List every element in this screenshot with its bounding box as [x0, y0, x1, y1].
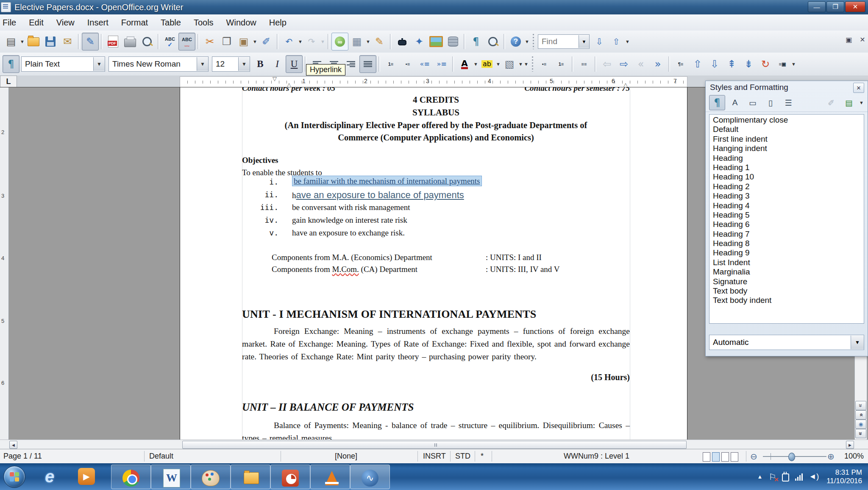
scroll-down-button[interactable]: »	[855, 401, 866, 410]
objective-item-2[interactable]: have an exposure to balance of payments	[292, 190, 464, 201]
start-button[interactable]	[3, 466, 25, 488]
table-button[interactable]: ▦	[348, 33, 365, 50]
page-indicator[interactable]: Page 1 / 11	[3, 452, 42, 461]
panel-title-bar[interactable]: Styles and Formatting ✕	[706, 81, 868, 94]
left-indent-marker[interactable]: △	[287, 81, 291, 88]
data-sources-button[interactable]	[445, 33, 462, 50]
zoom-button[interactable]	[484, 33, 501, 50]
save-button[interactable]	[42, 33, 59, 50]
taskbar-explorer[interactable]	[231, 465, 270, 489]
style-filter-dropdown[interactable]: ▼	[851, 336, 864, 349]
taskbar-internet-explorer[interactable]: e	[40, 467, 59, 486]
taskbar-paint[interactable]	[191, 465, 231, 489]
taskbar-clock[interactable]: 8:31 PM 11/10/2016	[826, 468, 862, 485]
book-view-button[interactable]	[721, 452, 729, 462]
list-numbering-button[interactable]: 1≡	[553, 55, 570, 73]
autospellcheck-button[interactable]: ABC﹏	[178, 33, 195, 50]
menu-table[interactable]: Table	[154, 16, 187, 29]
navigator-button[interactable]: ✦	[411, 33, 428, 50]
menu-help[interactable]: Help	[263, 16, 293, 29]
move-up-with-subpoints-button[interactable]: ⇞	[723, 55, 740, 73]
toolbar-overflow[interactable]: ▼	[524, 33, 530, 50]
panel-close-button[interactable]: ✕	[853, 83, 864, 93]
zoom-in-button[interactable]: ⊕	[827, 451, 835, 462]
redo-dropdown[interactable]: ▼	[320, 33, 326, 50]
taskbar-powerpoint[interactable]	[270, 465, 310, 489]
single-page-view-button[interactable]	[703, 452, 710, 462]
format-paintbrush-button[interactable]: ✐	[258, 33, 275, 50]
copy-button[interactable]: ❐	[218, 33, 235, 50]
new-document-button[interactable]: ▤	[3, 33, 19, 50]
increase-indent-button[interactable]: »≡	[433, 55, 450, 73]
styles-list[interactable]: Complimentary close Default First line i…	[709, 114, 864, 324]
find-toolbar-overflow[interactable]: ▼	[625, 33, 630, 50]
background-color-button[interactable]: ▧	[501, 55, 518, 73]
move-up-button[interactable]: ⇧	[689, 55, 706, 73]
edit-file-button[interactable]: ✎	[82, 33, 99, 50]
paragraph-style-combo[interactable]: Plain Text ▼	[21, 56, 105, 72]
language-indicator[interactable]: [None]	[335, 452, 357, 461]
style-item[interactable]: Text body indent	[709, 296, 864, 305]
font-size-combo[interactable]: 12 ▼	[212, 56, 250, 72]
new-style-from-selection-button[interactable]: ▤	[841, 95, 857, 110]
power-icon[interactable]	[782, 473, 789, 482]
page-preview-button[interactable]	[139, 33, 156, 50]
help-button[interactable]: ?	[507, 33, 524, 50]
draw-functions-button[interactable]: ✎	[371, 33, 388, 50]
objective-item-1[interactable]: be familiar with the mechanism of intern…	[292, 176, 482, 186]
demote-button[interactable]: ⇨	[615, 55, 632, 73]
scroll-right-button[interactable]: ►	[846, 441, 854, 449]
new-document-dropdown[interactable]: ▼	[19, 33, 25, 50]
style-item[interactable]: Default	[709, 125, 864, 134]
page-style-indicator[interactable]: Default	[149, 452, 173, 461]
close-button[interactable]: ✕	[845, 1, 865, 12]
style-item[interactable]: Text body	[709, 286, 864, 296]
menu-insert[interactable]: Insert	[81, 16, 115, 29]
find-replace-button[interactable]	[394, 33, 411, 50]
style-item[interactable]: Heading 1	[709, 163, 864, 172]
move-down-button[interactable]: ⇩	[706, 55, 723, 73]
promote-with-subpoints-button[interactable]: «	[632, 55, 649, 73]
style-item[interactable]: Heading 3	[709, 191, 864, 201]
restart-numbering-button[interactable]: ↻	[757, 55, 774, 73]
list-toolbar-overflow[interactable]: ▼	[791, 56, 796, 73]
style-item[interactable]: Heading 6	[709, 220, 864, 229]
style-filter-combo[interactable]: Automatic ▼	[709, 335, 864, 350]
style-item[interactable]: Heading 8	[709, 239, 864, 248]
underline-button[interactable]: U	[286, 55, 303, 73]
font-color-dropdown[interactable]: ▼	[473, 56, 479, 73]
move-down-with-subpoints-button[interactable]: ⇟	[740, 55, 757, 73]
find-combobox[interactable]: Find ▼	[538, 34, 590, 49]
paragraph-styles-button[interactable]: ¶	[709, 95, 725, 110]
menu-edit[interactable]: Edit	[22, 16, 50, 29]
highlighting-button[interactable]: ab	[479, 55, 495, 73]
zoom-slider[interactable]: ⊖ ⊕	[750, 451, 839, 462]
first-line-indent-marker[interactable]: ▽	[273, 76, 277, 82]
zoom-level[interactable]: 100%	[844, 452, 864, 461]
menu-window[interactable]: Window	[220, 16, 263, 29]
multi-page-view-button[interactable]	[712, 452, 720, 462]
list-styles-button[interactable]: ☰	[780, 95, 796, 110]
horizontal-scrollbar[interactable]: ◄ ►	[0, 440, 868, 449]
paste-dropdown[interactable]: ▼	[252, 33, 258, 50]
style-item[interactable]: Heading 2	[709, 182, 864, 191]
style-item[interactable]: Heading 5	[709, 210, 864, 220]
vertical-ruler[interactable]: 2 3 4 5 6	[0, 87, 9, 440]
close-toolbar-icon[interactable]: ✕	[857, 34, 868, 45]
fill-format-mode-button[interactable]: ✐	[823, 95, 839, 110]
undo-button[interactable]: ↶	[281, 33, 298, 50]
right-indent-marker[interactable]: △	[623, 81, 628, 88]
style-item[interactable]: Heading	[709, 154, 864, 163]
network-icon[interactable]	[795, 473, 803, 481]
taskbar-word[interactable]: W	[151, 465, 191, 489]
promote-button[interactable]: ⇦	[598, 55, 615, 73]
new-style-dropdown[interactable]: ▼	[859, 94, 864, 111]
document-page[interactable]: Contact hours per week : 05 Contact hour…	[180, 87, 687, 440]
bullets-button[interactable]: •≡	[399, 55, 416, 73]
list-level-indicator[interactable]: WWNum9 : Level 1	[564, 452, 629, 461]
list-outline-button[interactable]: ≡≡	[576, 55, 593, 73]
style-item[interactable]: Heading 7	[709, 230, 864, 239]
style-item[interactable]: Hanging indent	[709, 144, 864, 153]
taskbar-chrome[interactable]	[111, 465, 151, 489]
minimize-button[interactable]: —	[808, 1, 826, 12]
